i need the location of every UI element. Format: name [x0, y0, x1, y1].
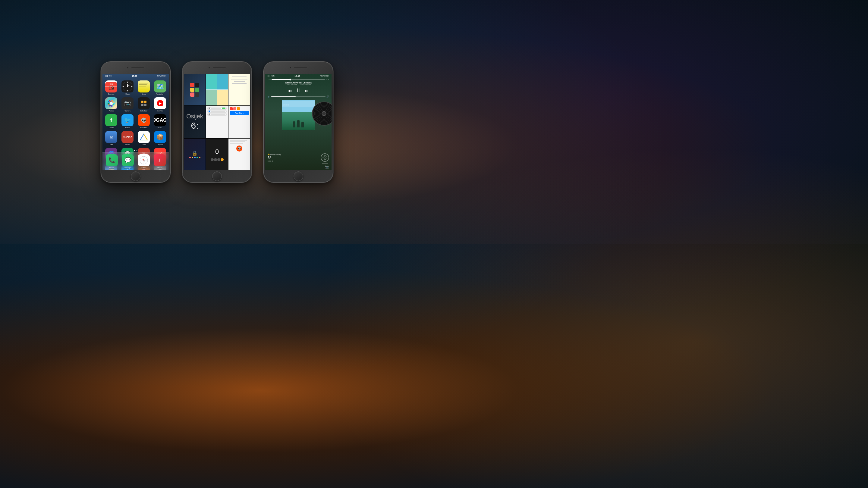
- feedly-icon: f: [105, 114, 117, 126]
- phone1-signal: ▌▌▌ WiFi: [105, 75, 112, 77]
- mt-thumb-reddit[interactable]: 👽: [228, 138, 250, 170]
- mt-photos-grid: [206, 74, 228, 105]
- mt-reddit-line3: [230, 143, 243, 144]
- volume-track[interactable]: [271, 96, 326, 97]
- phone1-bottom: [101, 170, 170, 182]
- app-9gag[interactable]: 9GAG 9GAG: [153, 114, 167, 129]
- mt-thumb-calc[interactable]: 0: [206, 138, 228, 170]
- app-youtube[interactable]: ▶ YouTube: [153, 97, 167, 112]
- svg-point-8: [127, 86, 128, 87]
- dock-music[interactable]: ♪ Music: [154, 154, 166, 169]
- app-alienblue[interactable]: 👽 Alien Blue: [137, 114, 151, 129]
- mt-reddit-line: [230, 140, 247, 141]
- phone1-status-bar: ▌▌▌ WiFi 15:46 POWER 61%: [102, 74, 169, 78]
- mt-setting-row: [207, 107, 227, 110]
- music-album-art: STEREO AKSHIN ALIZADEH FEAT. CHESQUA WAS…: [282, 100, 315, 130]
- mt-reddit-line2: [230, 141, 245, 142]
- app-camera[interactable]: 📷 Camera: [121, 97, 134, 112]
- mt-calc-display: 0: [214, 147, 220, 157]
- touch-id-button[interactable]: [321, 153, 329, 162]
- dock-messages-icon: 💬: [122, 154, 134, 166]
- mt-dot-r: [189, 157, 191, 158]
- mt-thumb-lockscreen[interactable]: 🔒: [184, 138, 206, 170]
- youtube-icon: ▶: [154, 97, 166, 109]
- mt-settings-rows: [207, 107, 227, 116]
- navigation-icon: 🗺️: [154, 80, 166, 93]
- clock-svg: [122, 81, 133, 92]
- app-photos[interactable]: Photos: [104, 97, 118, 112]
- clock-label: Clock: [125, 93, 130, 95]
- mt-pho-icon: [190, 93, 194, 97]
- svg-line-14: [113, 104, 114, 105]
- mt-rainbow-dots: [189, 157, 200, 158]
- mt-thumb-home[interactable]: [184, 74, 206, 105]
- mt-thumb-appstore[interactable]: App Store: [228, 106, 250, 138]
- app-mail[interactable]: ✉ Mail: [104, 131, 118, 145]
- mt-thumb-settings[interactable]: [206, 106, 228, 138]
- mt-btn: [211, 158, 214, 161]
- mt-thumb-notes[interactable]: [228, 74, 250, 105]
- alienblue-label: Alien Blue: [140, 127, 148, 129]
- app-mpbz[interactable]: mPBZ mPBZ: [121, 131, 134, 145]
- app-dropbox[interactable]: 📦 Dropbox: [153, 131, 167, 145]
- dock-messages[interactable]: 💬 Messages: [122, 154, 134, 169]
- app-twitter[interactable]: 🐦 Twitter: [121, 114, 134, 129]
- dot-2: [136, 150, 137, 151]
- music-album-art-section: STEREO AKSHIN ALIZADEH FEAT. CHESQUA WAS…: [265, 98, 332, 152]
- calculator-icon: × ÷ + −: [138, 97, 150, 109]
- phone2-home-button[interactable]: [212, 171, 222, 181]
- svg-point-31: [323, 156, 327, 160]
- music-prev-button[interactable]: ⏮: [288, 88, 292, 93]
- touch-id-svg: [322, 155, 327, 160]
- mt-app-icon3: [237, 107, 240, 110]
- music-progress-track[interactable]: [272, 79, 325, 80]
- phone1-time: 15:46: [132, 75, 137, 77]
- phone2-top: [182, 62, 252, 74]
- mt-calc-inner: 0: [206, 138, 228, 170]
- phone3-wrapper: ▌▌▌ WiFi 15:46 POWER 61% 1:14 -3:26: [264, 62, 333, 182]
- sil-1: [293, 121, 296, 127]
- navigation-label: Navigation: [156, 93, 164, 95]
- mt-calc-number: 0: [215, 148, 219, 156]
- app-clock[interactable]: Clock: [121, 80, 134, 95]
- app-feedly[interactable]: f Feedly: [104, 114, 118, 129]
- dock-safari-label: Safari: [141, 167, 146, 169]
- music-play-button[interactable]: ⏸: [296, 87, 301, 94]
- notes-line-3: [138, 86, 146, 87]
- svg-line-24: [144, 134, 147, 140]
- app-notes[interactable]: Notes: [137, 80, 151, 95]
- mt-dot-o: [199, 157, 200, 158]
- phone3-screen: ▌▌▌ WiFi 15:46 POWER 61% 1:14 -3:26: [265, 74, 332, 170]
- mt-thumb-clock[interactable]: Osijek 6:: [184, 106, 206, 138]
- phone1-camera: [127, 67, 129, 69]
- dock-phone[interactable]: 📞 Phone: [106, 154, 118, 169]
- mt-reddit-alien: 👽: [238, 147, 241, 150]
- mt-thumb-photos[interactable]: [206, 74, 228, 105]
- weather-info: ☀️ Mostly Sunny 6° H 6 L -3: [268, 153, 281, 162]
- mt-setting-icon2: [209, 110, 210, 112]
- app-calendar[interactable]: SUN 19 Calendar: [104, 80, 118, 95]
- phone1-home-button[interactable]: [131, 171, 141, 181]
- dot-1: [134, 150, 135, 151]
- safari-svg: [140, 156, 148, 164]
- photos-svg: [107, 99, 116, 107]
- dock-safari[interactable]: Safari: [138, 154, 150, 169]
- music-next-button[interactable]: ⏭: [305, 88, 309, 93]
- weather-temp: 6°: [268, 156, 281, 160]
- vinyl-center: [321, 111, 327, 116]
- mt-appstore-inner: App Store: [228, 106, 250, 138]
- app-navigation[interactable]: 🗺️ Navigation: [153, 80, 167, 95]
- notes-line-2: [138, 84, 147, 85]
- phone3-wifi-icon: WiFi: [272, 75, 275, 77]
- app-drive[interactable]: Drive: [137, 131, 151, 145]
- mt-notes-line4: [234, 82, 245, 82]
- mt-app-icon1: [230, 107, 233, 110]
- sil-2: [297, 120, 300, 127]
- app-calculator[interactable]: × ÷ + − Calculator: [137, 97, 151, 112]
- dock-messages-label: Messages: [124, 167, 131, 169]
- calendar-icon: SUN 19: [105, 80, 117, 93]
- mt-reddit-list: 👽: [230, 140, 249, 152]
- phone3-home-button[interactable]: [293, 171, 303, 181]
- notes-lines: [138, 83, 149, 87]
- camera-shortcut-icon[interactable]: 📷: [324, 165, 329, 169]
